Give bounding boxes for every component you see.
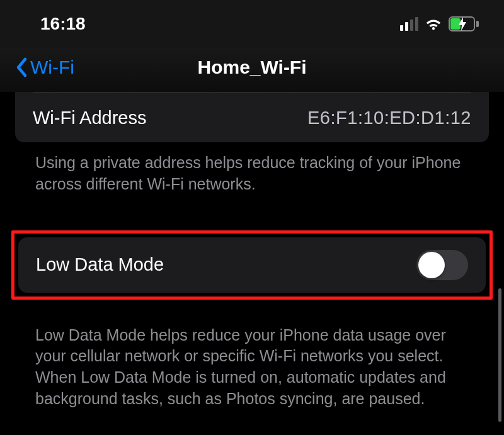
low-data-mode-group: Low Data Mode [18, 237, 486, 293]
back-button[interactable]: Wi-Fi [15, 57, 74, 78]
wifi-icon [425, 17, 442, 31]
private-address-footer: Using a private address helps reduce tra… [15, 142, 489, 195]
low-data-mode-footer: Low Data Mode helps reduce your iPhone d… [15, 315, 489, 410]
back-label: Wi-Fi [30, 57, 74, 78]
wifi-address-row[interactable]: Wi-Fi Address E6:F1:10:ED:D1:12 [15, 93, 489, 142]
content: Wi-Fi Address E6:F1:10:ED:D1:12 Using a … [0, 92, 504, 410]
low-data-mode-label: Low Data Mode [36, 254, 164, 275]
highlight-annotation: Low Data Mode [11, 230, 493, 300]
wifi-address-group: Wi-Fi Address E6:F1:10:ED:D1:12 [15, 92, 489, 142]
low-data-mode-row[interactable]: Low Data Mode [18, 237, 486, 293]
scroll-indicator[interactable] [498, 288, 501, 422]
wifi-address-label: Wi-Fi Address [33, 108, 146, 128]
status-right [400, 16, 479, 31]
status-time: 16:18 [40, 14, 86, 34]
cellular-signal-icon [400, 17, 418, 31]
navigation-bar: Wi-Fi Home_Wi-Fi [0, 48, 504, 92]
low-data-mode-toggle[interactable] [416, 250, 468, 280]
wifi-address-value: E6:F1:10:ED:D1:12 [307, 108, 471, 128]
chevron-left-icon [15, 57, 29, 78]
page-title: Home_Wi-Fi [197, 57, 306, 78]
battery-charging-icon [449, 16, 479, 31]
status-bar: 16:18 [0, 0, 504, 48]
